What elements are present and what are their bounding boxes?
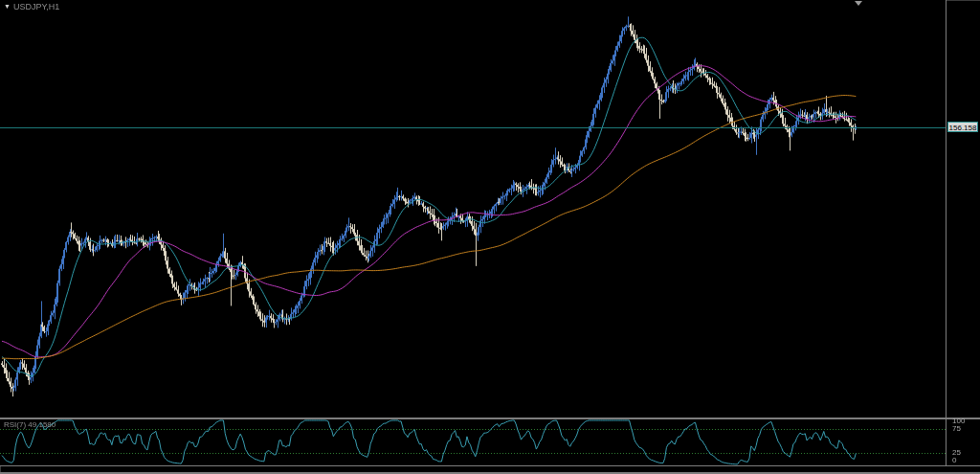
- main-chart-area[interactable]: [0, 0, 946, 418]
- rsi-canvas[interactable]: [0, 419, 946, 465]
- main-chart-canvas[interactable]: [0, 0, 946, 418]
- flag-marker-icon: ▼: [4, 3, 11, 10]
- price-scale[interactable]: 157.995157.685157.375157.065156.750156.4…: [946, 0, 980, 466]
- chart-window: ▼USDJPY,H1 RSI(7) 49.1580 157.995157.685…: [0, 0, 980, 474]
- symbol-timeframe-label: ▼USDJPY,H1: [4, 2, 59, 11]
- rsi-scale-label: 0: [952, 457, 956, 464]
- rsi-scale[interactable]: [946, 418, 980, 466]
- time-axis[interactable]: 28 Oct 202529 Oct 16:0030 Oct 16:0031 Oc…: [0, 465, 980, 474]
- panel-separator[interactable]: [0, 418, 980, 419]
- symbol-text: USDJPY,H1: [13, 2, 59, 11]
- chart-shift-triangle-icon: [855, 1, 862, 6]
- rsi-subwindow[interactable]: [0, 419, 946, 465]
- rsi-scale-label: 75: [952, 425, 961, 433]
- rsi-indicator-label: RSI(7) 49.1580: [4, 420, 56, 429]
- bid-price-badge: 156.158: [947, 122, 978, 132]
